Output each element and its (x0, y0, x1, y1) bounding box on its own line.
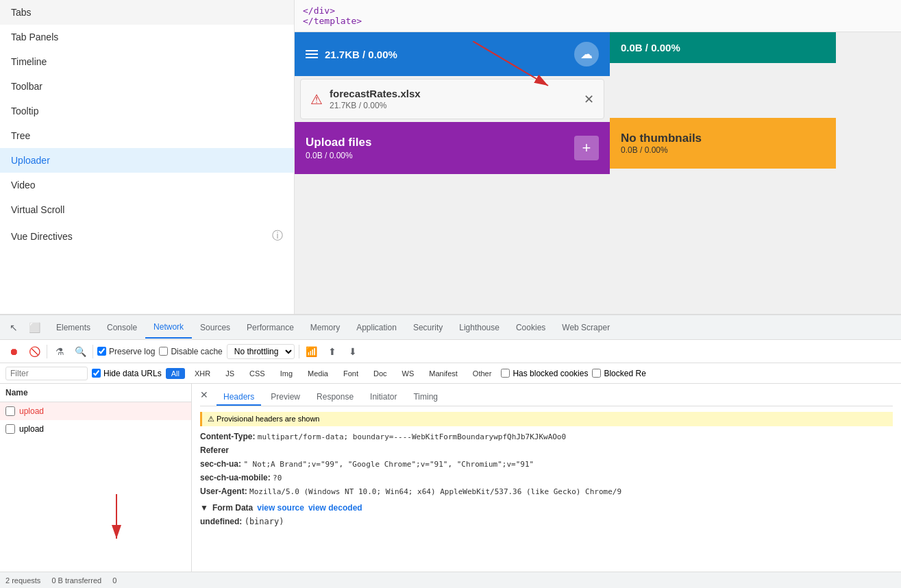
sidebar-item-tab-panels[interactable]: Tab Panels (0, 25, 294, 49)
toolbar-divider3 (299, 345, 299, 358)
code-line1: </div> (303, 5, 335, 16)
sidebar-item-tabs[interactable]: Tabs (0, 0, 294, 25)
file-close-button[interactable]: ✕ (584, 92, 594, 107)
upload-icon[interactable]: ⬆ (324, 343, 341, 360)
triangle-icon: ▼ (200, 503, 208, 513)
sidebar-item-tree[interactable]: Tree (0, 123, 294, 148)
filter-css-btn[interactable]: CSS (244, 368, 271, 379)
network-row-checkbox-1[interactable] (5, 406, 15, 416)
red-arrow-2 (96, 494, 137, 551)
widget-teal[interactable]: 0.0B / 0.00% (610, 32, 836, 63)
preserve-log-checkbox[interactable]: Preserve log (97, 347, 155, 356)
filter-media-btn[interactable]: Media (302, 368, 334, 379)
info-icon: ⓘ (272, 229, 283, 243)
record-button[interactable]: ⏺ (5, 343, 22, 360)
filter-other-btn[interactable]: Other (467, 368, 497, 379)
tab-sources[interactable]: Sources (192, 317, 238, 338)
throttling-select[interactable]: No throttling (227, 344, 295, 359)
sec-ch-ua-value: " Not;A Brand";v="99", "Google Chrome";v… (243, 460, 534, 469)
filter-doc-btn[interactable]: Doc (368, 368, 393, 379)
stop-button[interactable]: 🚫 (26, 343, 42, 360)
widget-yellow[interactable]: No thumbnails 0.0B / 0.00% (610, 118, 836, 169)
device-icon[interactable]: ⬜ (26, 319, 42, 336)
resource-size: 0 (112, 576, 116, 585)
hamburger-icon (306, 50, 318, 58)
network-row-name-2: upload (19, 424, 44, 434)
network-row-checkbox-2[interactable] (5, 424, 15, 434)
network-row-upload-2[interactable]: upload (0, 420, 191, 438)
filter-xhr-btn[interactable]: XHR (189, 368, 216, 379)
filter-all-btn[interactable]: All (166, 368, 185, 379)
devtools-icons: ↖ ⬜ (5, 319, 42, 336)
blocked-cookies-checkbox[interactable]: Has blocked cookies (501, 369, 588, 378)
detail-tab-timing[interactable]: Timing (406, 389, 445, 406)
tab-cookies[interactable]: Cookies (508, 317, 554, 338)
filter-img-btn[interactable]: Img (275, 368, 298, 379)
filter-font-btn[interactable]: Font (338, 368, 364, 379)
detail-tab-initiator[interactable]: Initiator (363, 389, 404, 406)
tab-performance[interactable]: Performance (238, 317, 302, 338)
request-details: ✕ Headers Preview Response Initiator Tim… (192, 384, 901, 572)
sidebar-item-tooltip[interactable]: Tooltip (0, 99, 294, 123)
network-row-upload-1[interactable]: upload (0, 402, 191, 420)
tab-lighthouse[interactable]: Lighthouse (451, 317, 508, 338)
referer-label: Referer (200, 445, 229, 455)
filter-manifest-btn[interactable]: Manifest (423, 368, 463, 379)
disable-cache-label: Disable cache (171, 347, 222, 356)
devtools-tabs: ↖ ⬜ Elements Console Network Sources Per… (0, 315, 901, 340)
top-section: Tabs Tab Panels Timeline Toolbar Tooltip… (0, 0, 901, 314)
form-data-label: Form Data (212, 503, 253, 513)
content-type-value: multipart/form-data; boundary=----WebKit… (258, 432, 566, 441)
download-icon[interactable]: ⬇ (345, 343, 361, 360)
cursor-icon[interactable]: ↖ (5, 319, 22, 336)
filter-input[interactable] (5, 367, 88, 380)
detail-tab-preview[interactable]: Preview (264, 389, 307, 406)
tab-network[interactable]: Network (145, 317, 192, 339)
blocked-cookies-label: Has blocked cookies (513, 369, 588, 378)
sec-ch-ua-row: sec-ch-ua: " Not;A Brand";v="99", "Googl… (200, 459, 893, 469)
search-icon[interactable]: 🔍 (72, 343, 88, 360)
sidebar-item-video[interactable]: Video (0, 173, 294, 197)
form-undefined-row: undefined: (binary) (200, 517, 893, 526)
devtools-toolbar: ⏺ 🚫 ⚗ 🔍 Preserve log Disable cache No th… (0, 340, 901, 363)
content-type-row: Content-Type: multipart/form-data; bound… (200, 432, 893, 441)
sidebar-item-uploader[interactable]: Uploader (0, 148, 294, 173)
tab-application[interactable]: Application (348, 317, 405, 338)
spacer (610, 63, 901, 118)
devtools: ↖ ⬜ Elements Console Network Sources Per… (0, 314, 901, 588)
sidebar-item-toolbar[interactable]: Toolbar (0, 74, 294, 99)
hide-data-urls-checkbox[interactable]: Hide data URLs (92, 369, 162, 378)
sidebar-item-vue-directives[interactable]: Vue Directives (11, 231, 73, 242)
filter-icon[interactable]: ⚗ (51, 343, 68, 360)
tab-elements[interactable]: Elements (48, 317, 99, 338)
wifi-icon[interactable]: 📶 (304, 343, 320, 360)
tab-console[interactable]: Console (99, 317, 145, 338)
disable-cache-checkbox[interactable]: Disable cache (159, 347, 222, 356)
view-decoded-link[interactable]: view decoded (308, 503, 362, 513)
tab-security[interactable]: Security (405, 317, 451, 338)
tab-web-scraper[interactable]: Web Scraper (554, 317, 618, 338)
app-container: Tabs Tab Panels Timeline Toolbar Tooltip… (0, 0, 901, 588)
view-source-link[interactable]: view source (257, 503, 304, 513)
code-area: </div> </template> (295, 0, 901, 32)
filter-js-btn[interactable]: JS (220, 368, 240, 379)
sidebar-item-timeline[interactable]: Timeline (0, 49, 294, 74)
widget-purple-size: 0.0B / 0.00% (306, 151, 371, 160)
upload-cloud-icon[interactable]: ☁ (574, 42, 599, 66)
plus-icon[interactable]: + (574, 136, 599, 160)
main-content: </div> </template> (295, 0, 901, 314)
tab-memory[interactable]: Memory (302, 317, 348, 338)
sidebar-item-virtual-scroll[interactable]: Virtual Scroll (0, 197, 294, 222)
widget-blue[interactable]: 21.7KB / 0.00% ☁ (295, 32, 610, 76)
warning-icon: ⚠ (310, 91, 323, 108)
blocked-re-checkbox[interactable]: Blocked Re (592, 369, 645, 378)
notice-banner: ⚠ Provisional headers are shown (200, 412, 893, 426)
widgets-area: 21.7KB / 0.00% ☁ ⚠ forecastRates.xlsx 21… (295, 32, 901, 174)
file-details: forecastRates.xlsx 21.7KB / 0.00% (330, 88, 421, 110)
detail-close-btn[interactable]: ✕ (200, 389, 208, 406)
blocked-re-label: Blocked Re (604, 369, 645, 378)
detail-tab-response[interactable]: Response (310, 389, 360, 406)
detail-tab-headers[interactable]: Headers (217, 389, 261, 406)
filter-ws-btn[interactable]: WS (397, 368, 420, 379)
widget-purple[interactable]: Upload files 0.0B / 0.00% + (295, 122, 610, 174)
